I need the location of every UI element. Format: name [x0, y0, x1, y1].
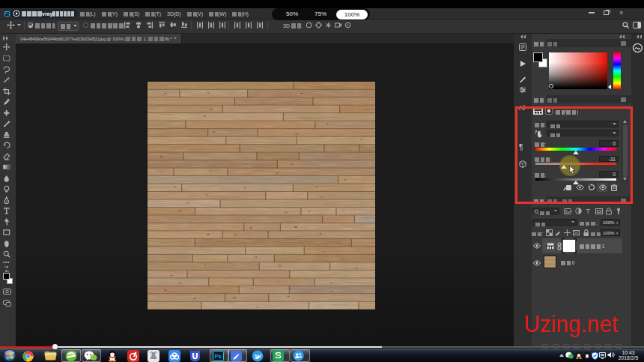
svg-text:Ps: Ps: [215, 353, 222, 360]
svg-text:T: T: [586, 208, 591, 215]
